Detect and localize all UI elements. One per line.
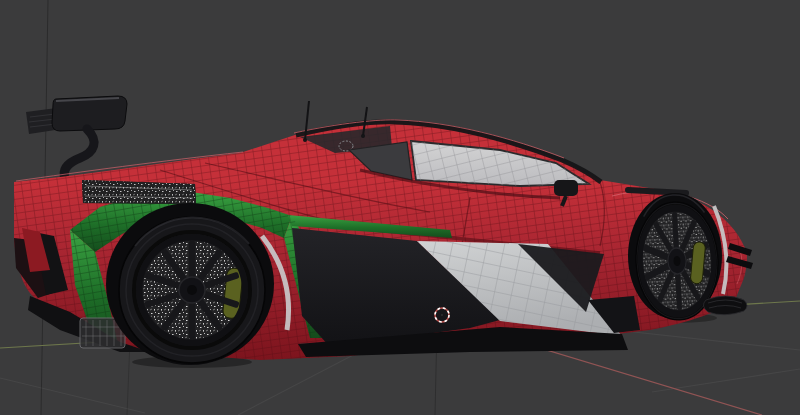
side-mirror xyxy=(554,180,578,196)
wiper-cowl-slot xyxy=(628,190,686,193)
antenna-base xyxy=(303,138,307,142)
rear-wheel[interactable] xyxy=(119,217,265,363)
hub-cap xyxy=(187,285,197,295)
tail-light-mesh xyxy=(82,180,196,204)
viewport-canvas[interactable] xyxy=(0,0,800,415)
car-object[interactable] xyxy=(14,96,753,368)
viewport-3d[interactable] xyxy=(0,0,800,415)
antenna-base xyxy=(361,134,365,138)
grid-line xyxy=(0,378,145,413)
wing-pylon xyxy=(64,129,94,179)
